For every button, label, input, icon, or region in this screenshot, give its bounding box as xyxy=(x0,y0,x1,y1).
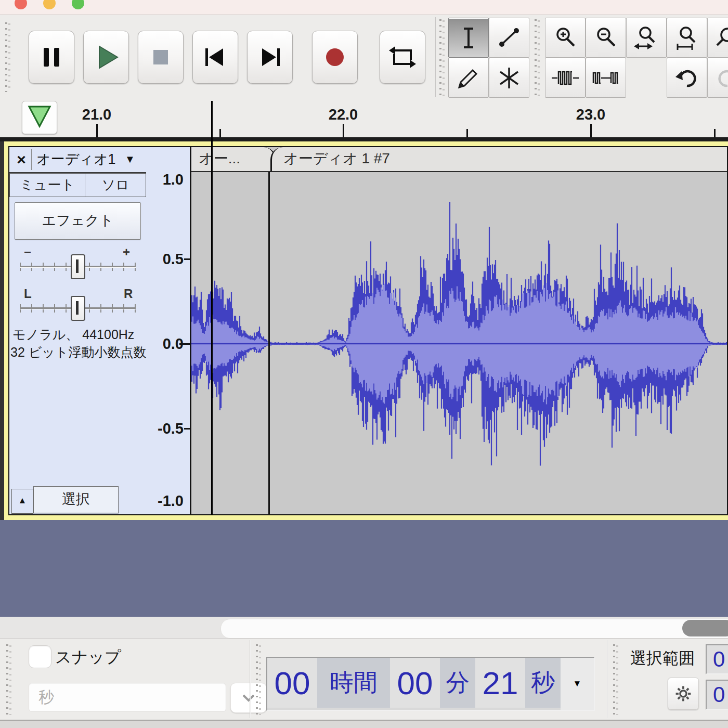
bottom-separator-2 xyxy=(607,640,608,718)
track-format-line2: 32 ビット浮動小数点数 xyxy=(10,344,147,361)
snap-toolbar-grip[interactable] xyxy=(6,644,12,715)
draw-tool-button[interactable] xyxy=(448,58,489,98)
playhead-pin-button[interactable] xyxy=(22,101,57,134)
zoom-fit-project-button[interactable] xyxy=(667,18,707,58)
time-group-3[interactable]: 分 xyxy=(440,658,475,708)
time-display-caret-icon[interactable]: ▼ xyxy=(561,658,594,710)
snap-unit-combo[interactable]: 秒 xyxy=(29,683,226,712)
track-title-menu[interactable]: オーディオ1 xyxy=(36,147,116,171)
zoom-out-button[interactable] xyxy=(586,18,626,58)
vertical-scale-ruler[interactable]: 1.00.50.0-0.5-1.0 xyxy=(146,147,190,514)
record-icon xyxy=(315,37,355,77)
solo-button[interactable]: ソロ xyxy=(85,173,146,197)
track-menu-caret-icon[interactable]: ▼ xyxy=(125,147,135,171)
zoom-to-selection-button[interactable] xyxy=(626,18,667,58)
ruler-label-22.0: 22.0 xyxy=(329,106,358,123)
multi-tool-button[interactable] xyxy=(489,58,529,98)
close-window-button[interactable] xyxy=(15,0,27,9)
pan-left-label: L xyxy=(24,287,32,301)
snap-label: スナップ xyxy=(55,646,121,668)
timeline-ruler[interactable]: 21.022.023.0 xyxy=(0,99,728,137)
playhead-triangle-icon xyxy=(22,102,57,133)
ruler-minor-tick xyxy=(714,129,716,137)
waveform-area[interactable]: オー... オーディオ 1 #7 xyxy=(191,147,727,514)
silence-audio-button[interactable] xyxy=(586,58,626,98)
trim-audio-button[interactable] xyxy=(545,58,586,98)
audio-track: × オーディオ1 ▼ ミュート ソロ エフェクト − + L R モノラル、 4… xyxy=(8,146,728,515)
redo-button[interactable] xyxy=(707,58,728,98)
effects-button[interactable]: エフェクト xyxy=(15,202,141,240)
tools-grip-2[interactable] xyxy=(535,19,540,96)
minimize-window-button[interactable] xyxy=(43,0,56,9)
time-display[interactable]: 00時間00分21秒▼ xyxy=(266,657,595,711)
envelope-tool-button[interactable] xyxy=(489,18,529,58)
redo-icon xyxy=(712,62,728,94)
scale-tick xyxy=(184,258,190,260)
collapse-track-button[interactable]: ▲ xyxy=(11,489,33,514)
zoom-in-button[interactable] xyxy=(545,18,586,58)
mute-button[interactable]: ミュート xyxy=(9,173,85,197)
scrollbar-track[interactable] xyxy=(220,619,728,639)
time-group-1[interactable]: 時間 xyxy=(317,658,390,708)
scale-tick xyxy=(179,343,190,345)
ruler-label-23.0: 23.0 xyxy=(576,106,605,123)
ruler-bottom-border xyxy=(0,137,728,141)
gain-slider[interactable] xyxy=(71,254,85,279)
track-control-panel: × オーディオ1 ▼ ミュート ソロ エフェクト − + L R モノラル、 4… xyxy=(9,147,146,514)
ruler-minor-tick xyxy=(219,129,221,137)
time-toolbar-grip[interactable] xyxy=(256,644,262,715)
skip-to-start-button[interactable] xyxy=(192,31,238,84)
scrollbar-thumb[interactable] xyxy=(682,620,728,636)
selection-tool-icon xyxy=(453,22,484,54)
selection-time-field-0[interactable]: 0 0 xyxy=(706,644,728,674)
loop-icon xyxy=(383,37,422,77)
zoom-toggle-button[interactable] xyxy=(707,18,728,58)
selection-range-label: 選択範囲 xyxy=(630,647,695,669)
play-button[interactable] xyxy=(83,31,129,84)
close-track-button[interactable]: × xyxy=(11,149,32,170)
skip-to-end-button[interactable] xyxy=(247,31,293,84)
clip-title-2[interactable]: オーディオ 1 #7 xyxy=(270,147,727,172)
pause-icon xyxy=(32,37,71,77)
loop-button[interactable] xyxy=(380,31,425,84)
selection-settings-button[interactable] xyxy=(668,678,699,710)
zoom-to-selection-icon xyxy=(631,22,662,54)
clip-title-1[interactable]: オー... xyxy=(191,147,276,172)
stop-button[interactable] xyxy=(138,31,184,84)
pause-button[interactable] xyxy=(29,31,74,84)
stop-icon xyxy=(141,37,180,77)
tools-toolbar-grip[interactable] xyxy=(439,19,445,96)
ruler-minor-tick xyxy=(466,129,468,137)
zoom-toggle-icon xyxy=(712,22,728,54)
horizontal-scrollbar[interactable] xyxy=(0,617,728,639)
chevron-down-icon xyxy=(242,694,255,702)
window-titlebar xyxy=(0,0,728,15)
skip-to-start-icon xyxy=(196,37,235,77)
ruler-major-tick xyxy=(343,124,344,137)
selection-time-field-1[interactable]: 0 0 xyxy=(706,680,728,710)
selection-tool-button[interactable] xyxy=(448,18,489,58)
silence-audio-icon xyxy=(590,62,621,94)
track-format-line1: モノラル、 44100Hz xyxy=(12,326,134,343)
time-group-5[interactable]: 秒 xyxy=(525,658,561,708)
snap-checkbox[interactable] xyxy=(29,645,51,668)
ruler-major-tick xyxy=(590,124,592,137)
pan-slider[interactable] xyxy=(71,296,85,321)
window-bottom-strip xyxy=(0,720,728,728)
zoom-window-button[interactable] xyxy=(72,0,84,9)
transport-toolbar-grip[interactable] xyxy=(5,22,11,92)
selection-toolbar-grip[interactable] xyxy=(613,644,619,715)
selected-track-highlight: × オーディオ1 ▼ ミュート ソロ エフェクト − + L R モノラル、 4… xyxy=(4,141,728,520)
select-track-button[interactable]: 選択 xyxy=(33,486,119,513)
ruler-label-21.0: 21.0 xyxy=(82,106,111,123)
time-group-4[interactable]: 21 xyxy=(475,658,525,708)
zoom-in-icon xyxy=(550,22,581,54)
record-button[interactable] xyxy=(312,31,358,84)
time-group-0[interactable]: 00 xyxy=(267,658,317,708)
envelope-tool-icon xyxy=(493,22,525,54)
top-toolbar xyxy=(0,15,728,100)
empty-track-area[interactable] xyxy=(0,520,728,617)
skip-to-end-icon xyxy=(250,37,290,77)
undo-button[interactable] xyxy=(667,58,707,98)
time-group-2[interactable]: 00 xyxy=(390,658,440,708)
